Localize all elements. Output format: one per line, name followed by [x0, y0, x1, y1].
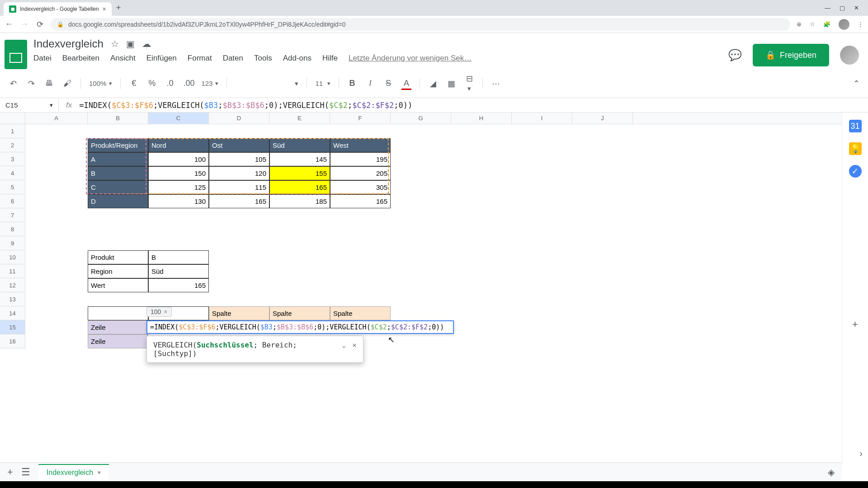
close-window-button[interactable]: ✕	[854, 5, 859, 11]
row-header-6[interactable]: 6	[0, 194, 25, 208]
close-helper-icon[interactable]: ✕	[352, 341, 357, 349]
close-hint-icon[interactable]: ×	[164, 308, 167, 315]
cell-b6[interactable]: D	[88, 194, 148, 208]
currency-button[interactable]: €	[129, 79, 139, 88]
cell-b12[interactable]: Wert	[88, 278, 148, 292]
col-header-D[interactable]: D	[209, 113, 269, 124]
tasks-icon[interactable]: ✓	[849, 165, 862, 178]
share-button[interactable]: 🔒 Freigeben	[753, 44, 829, 66]
sheet-tab-active[interactable]: Indexvergleich▾	[38, 464, 109, 480]
cell-F2[interactable]: West	[330, 138, 391, 152]
cell-E14[interactable]: Spalte	[269, 306, 330, 320]
menu-einfuegen[interactable]: Einfügen	[146, 54, 177, 63]
cell-E6[interactable]: 185	[269, 194, 330, 208]
row-header-12[interactable]: 12	[0, 278, 25, 292]
row-header-1[interactable]: 1	[0, 124, 25, 138]
row-header-11[interactable]: 11	[0, 264, 25, 278]
minimize-button[interactable]: —	[825, 5, 830, 11]
back-button[interactable]: ←	[5, 19, 14, 29]
cell-c12[interactable]: 165	[148, 278, 209, 292]
bookmark-icon[interactable]: ☆	[810, 21, 815, 28]
cell-F4[interactable]: 205	[330, 166, 391, 180]
cell-F14[interactable]: Spalte	[330, 306, 391, 320]
number-format-select[interactable]: 123 ▾	[201, 80, 218, 87]
cell-C5[interactable]: 125	[148, 180, 209, 194]
menu-datei[interactable]: Datei	[33, 54, 52, 63]
user-avatar[interactable]	[840, 46, 859, 65]
cell-C6[interactable]: 130	[148, 194, 209, 208]
merge-button[interactable]: ⊟ ▾	[464, 74, 474, 93]
cell-E2[interactable]: Süd	[269, 138, 330, 152]
font-size-select[interactable]: 11 ▾	[315, 80, 330, 87]
row-header-8[interactable]: 8	[0, 222, 25, 236]
undo-button[interactable]: ↶	[8, 79, 18, 89]
cell-b2[interactable]: Produkt/Region	[88, 138, 148, 152]
print-button[interactable]: 🖶	[44, 79, 54, 88]
menu-bearbeiten[interactable]: Bearbeiten	[62, 54, 99, 63]
cell-editor[interactable]: =INDEX($C$3:$F$6;VERGLEICH($B3;$B$3:$B$6…	[146, 320, 454, 334]
row-header-13[interactable]: 13	[0, 292, 25, 306]
borders-button[interactable]: ▦	[446, 79, 456, 89]
row-header-10[interactable]: 10	[0, 250, 25, 264]
expand-helper-icon[interactable]: ⌄	[342, 341, 346, 349]
name-box[interactable]: C15▾	[0, 98, 59, 112]
doc-title[interactable]: Indexvergleich	[33, 38, 104, 50]
cell-b10[interactable]: Produkt	[88, 250, 148, 264]
col-header-C[interactable]: C	[148, 113, 209, 124]
col-header-I[interactable]: I	[512, 113, 572, 124]
col-header-H[interactable]: H	[451, 113, 512, 124]
menu-tools[interactable]: Tools	[254, 54, 272, 63]
spreadsheet-grid[interactable]: ABCDEFGHIJ 12345678910111213141516 Produ…	[0, 113, 842, 466]
new-tab-button[interactable]: +	[112, 3, 126, 13]
cell-E5[interactable]: 165	[269, 180, 330, 194]
hide-sidepanel-icon[interactable]: ›	[859, 448, 863, 459]
cell-D6[interactable]: 165	[209, 194, 269, 208]
fill-color-button[interactable]: ◢	[428, 79, 438, 89]
row-header-14[interactable]: 14	[0, 306, 25, 320]
url-bar[interactable]: 🔒 docs.google.com/spreadsheets/d/1b2ivdA…	[51, 18, 790, 31]
maximize-button[interactable]: ▢	[840, 5, 845, 11]
cell-b16[interactable]: Zeile	[88, 334, 148, 348]
keep-icon[interactable]: 💡	[849, 142, 862, 155]
explore-icon[interactable]: ◈	[828, 467, 835, 478]
cell-E4[interactable]: 155	[269, 166, 330, 180]
row-header-16[interactable]: 16	[0, 334, 25, 348]
move-icon[interactable]: ▣	[126, 38, 135, 49]
cell-c10[interactable]: B	[148, 250, 209, 264]
cell-b3[interactable]: A	[88, 152, 148, 166]
cell-E3[interactable]: 145	[269, 152, 330, 166]
formula-bar-content[interactable]: =INDEX($C$3:$F$6;VERGLEICH($B3;$B$3:$B$6…	[79, 101, 412, 110]
menu-daten[interactable]: Daten	[223, 54, 243, 63]
all-sheets-button[interactable]: ☰	[21, 466, 30, 478]
zoom-icon[interactable]: ⊕	[797, 21, 802, 28]
cell-D5[interactable]: 115	[209, 180, 269, 194]
sheets-logo-icon[interactable]	[5, 40, 27, 69]
strikethrough-button[interactable]: S	[383, 79, 393, 88]
row-header-7[interactable]: 7	[0, 208, 25, 222]
cell-F5[interactable]: 305	[330, 180, 391, 194]
col-header-B[interactable]: B	[88, 113, 148, 124]
redo-button[interactable]: ↷	[26, 79, 36, 89]
text-color-button[interactable]: A	[401, 79, 411, 88]
reload-button[interactable]: ⟳	[35, 19, 44, 29]
add-sheet-button[interactable]: +	[7, 466, 13, 478]
cell-b4[interactable]: B	[88, 166, 148, 180]
cell-D2[interactable]: Ost	[209, 138, 269, 152]
cloud-icon[interactable]: ☁	[142, 38, 151, 49]
star-icon[interactable]: ☆	[111, 38, 119, 49]
paint-format-button[interactable]: 🖌	[62, 79, 72, 88]
cell-c11[interactable]: Süd	[148, 264, 209, 278]
col-header-A[interactable]: A	[25, 113, 88, 124]
menu-ansicht[interactable]: Ansicht	[110, 54, 136, 63]
col-header-J[interactable]: J	[572, 113, 633, 124]
browser-tab[interactable]: ▦ Indexvergleich - Google Tabellen ×	[4, 2, 112, 16]
zoom-select[interactable]: 100% ▾	[89, 80, 112, 87]
percent-button[interactable]: %	[147, 79, 157, 88]
font-select[interactable]: ▾	[235, 80, 298, 88]
row-header-4[interactable]: 4	[0, 166, 25, 180]
increase-decimal-button[interactable]: .00	[183, 79, 193, 88]
col-header-G[interactable]: G	[391, 113, 451, 124]
browser-menu-icon[interactable]: ⋮	[858, 21, 863, 28]
col-header-E[interactable]: E	[269, 113, 330, 124]
col-header-F[interactable]: F	[330, 113, 391, 124]
